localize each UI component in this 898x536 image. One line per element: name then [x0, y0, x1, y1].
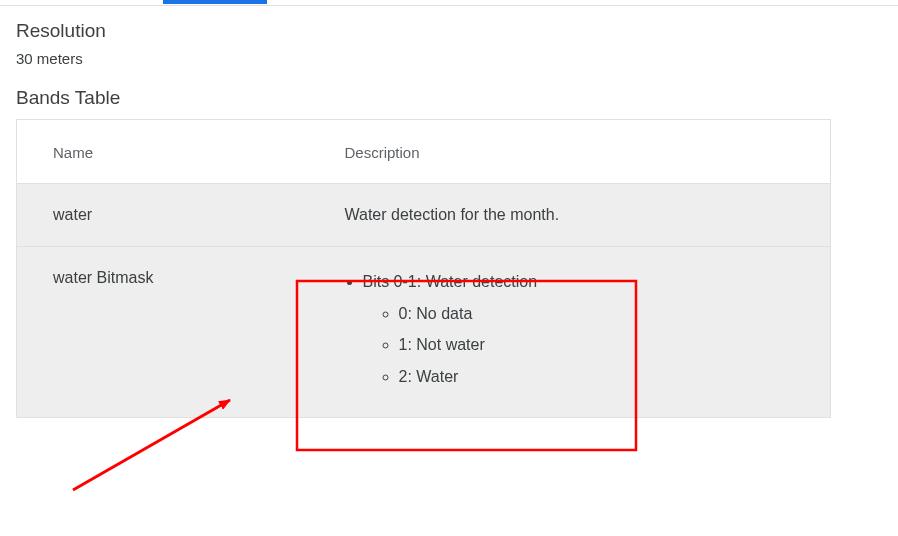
bitmask-header-text: Bits 0-1: Water detection	[363, 273, 538, 290]
tab-bar	[0, 0, 898, 6]
bands-table-heading: Bands Table	[16, 87, 882, 109]
bitmask-list-container: Bits 0-1: Water detection 0: No data 1: …	[345, 269, 819, 389]
bitmask-header-item: Bits 0-1: Water detection 0: No data 1: …	[363, 269, 819, 389]
bitmask-value-item: 1: Not water	[399, 332, 819, 358]
bitmask-value-item: 2: Water	[399, 364, 819, 390]
cell-band-name: water	[17, 184, 309, 247]
bands-table: Name Description water Water detection f…	[16, 119, 831, 418]
table-row: water Bitmask Bits 0-1: Water detection …	[17, 247, 831, 418]
active-tab-indicator	[163, 0, 267, 4]
cell-band-name: water Bitmask	[17, 247, 309, 418]
cell-band-description: Water detection for the month.	[309, 184, 831, 247]
cell-band-bitmask: Bits 0-1: Water detection 0: No data 1: …	[309, 247, 831, 418]
col-header-description: Description	[309, 120, 831, 184]
resolution-value: 30 meters	[16, 50, 882, 67]
resolution-heading: Resolution	[16, 20, 882, 42]
bitmask-values-list: 0: No data 1: Not water 2: Water	[363, 301, 819, 390]
content-area: Resolution 30 meters Bands Table Name De…	[0, 20, 898, 418]
table-header-row: Name Description	[17, 120, 831, 184]
bitmask-value-item: 0: No data	[399, 301, 819, 327]
bitmask-outer-list: Bits 0-1: Water detection 0: No data 1: …	[345, 269, 819, 389]
col-header-name: Name	[17, 120, 309, 184]
table-row: water Water detection for the month.	[17, 184, 831, 247]
